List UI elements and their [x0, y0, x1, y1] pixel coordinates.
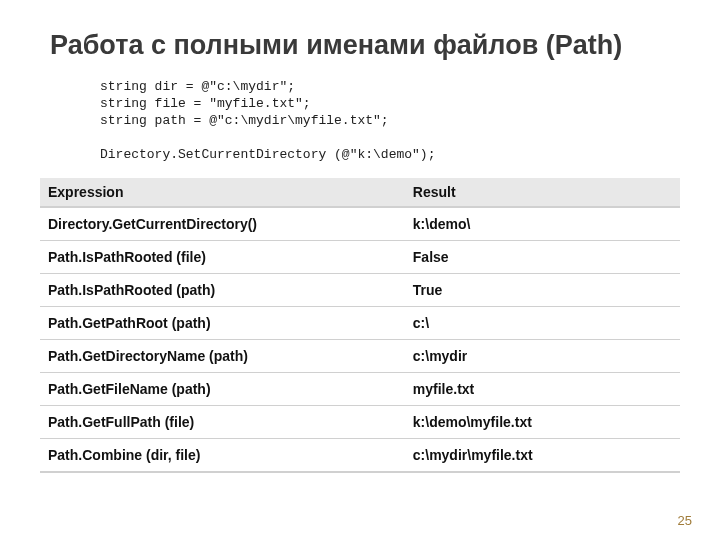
- table-row: Path.GetFileName (path) myfile.txt: [40, 373, 680, 406]
- header-result: Result: [405, 178, 680, 207]
- cell-result: k:\demo\myfile.txt: [405, 406, 680, 439]
- code-line: string dir = @"c:\mydir";: [100, 79, 295, 94]
- cell-expression: Path.GetFullPath (file): [40, 406, 405, 439]
- cell-result: c:\mydir\myfile.txt: [405, 439, 680, 473]
- table-row: Path.Combine (dir, file) c:\mydir\myfile…: [40, 439, 680, 473]
- cell-expression: Path.IsPathRooted (path): [40, 274, 405, 307]
- table-row: Path.IsPathRooted (path) True: [40, 274, 680, 307]
- cell-expression: Path.GetDirectoryName (path): [40, 340, 405, 373]
- page-title: Работа с полными именами файлов (Path): [50, 30, 680, 61]
- code-line: string path = @"c:\mydir\myfile.txt";: [100, 113, 389, 128]
- cell-expression: Path.GetFileName (path): [40, 373, 405, 406]
- cell-expression: Path.GetPathRoot (path): [40, 307, 405, 340]
- header-expression: Expression: [40, 178, 405, 207]
- cell-result: c:\: [405, 307, 680, 340]
- page-number: 25: [678, 513, 692, 528]
- cell-expression: Path.Combine (dir, file): [40, 439, 405, 473]
- cell-result: True: [405, 274, 680, 307]
- cell-expression: Path.IsPathRooted (file): [40, 241, 405, 274]
- path-table: Expression Result Directory.GetCurrentDi…: [40, 178, 680, 473]
- table-row: Path.GetDirectoryName (path) c:\mydir: [40, 340, 680, 373]
- cell-result: c:\mydir: [405, 340, 680, 373]
- cell-expression: Directory.GetCurrentDirectory(): [40, 207, 405, 241]
- code-line: string file = "myfile.txt";: [100, 96, 311, 111]
- cell-result: myfile.txt: [405, 373, 680, 406]
- cell-result: k:\demo\: [405, 207, 680, 241]
- table-row: Directory.GetCurrentDirectory() k:\demo\: [40, 207, 680, 241]
- table-row: Path.GetFullPath (file) k:\demo\myfile.t…: [40, 406, 680, 439]
- code-block: string dir = @"c:\mydir"; string file = …: [100, 79, 680, 163]
- table-row: Path.GetPathRoot (path) c:\: [40, 307, 680, 340]
- table-header-row: Expression Result: [40, 178, 680, 207]
- code-line: Directory.SetCurrentDirectory (@"k:\demo…: [100, 147, 435, 162]
- table-row: Path.IsPathRooted (file) False: [40, 241, 680, 274]
- cell-result: False: [405, 241, 680, 274]
